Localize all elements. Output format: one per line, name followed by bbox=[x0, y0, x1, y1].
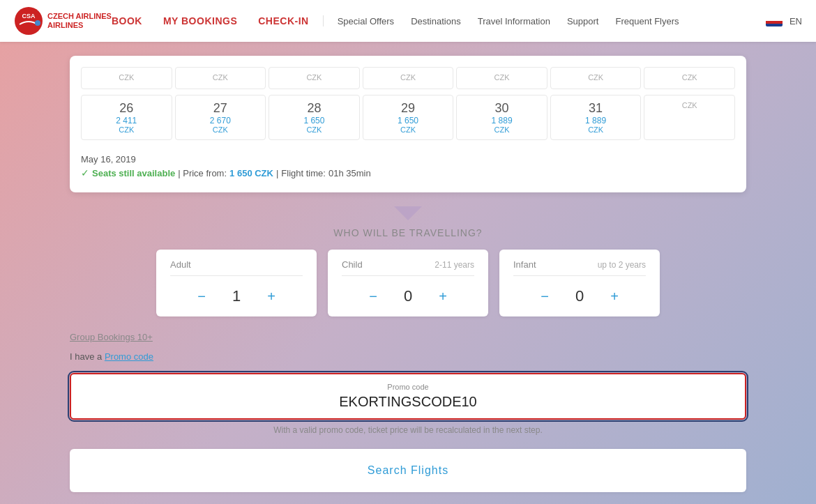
adult-increment-button[interactable]: + bbox=[261, 286, 282, 307]
promo-code-value[interactable]: EKORTINGSCODE10 bbox=[82, 394, 734, 410]
infant-increment-button[interactable]: + bbox=[604, 286, 625, 307]
calendar-card: CZK CZK CZK CZK CZK CZK CZK 26 bbox=[70, 56, 746, 192]
infant-controls: − 0 + bbox=[513, 286, 646, 307]
section-arrow bbox=[70, 206, 746, 223]
infant-decrement-button[interactable]: − bbox=[534, 286, 555, 307]
navbar-right: EN bbox=[766, 15, 802, 26]
calendar-dates-row: 26 2 411 CZK 27 2 670 CZK 28 1 650 CZK 2… bbox=[81, 95, 735, 140]
price-from-value: 1 650 CZK bbox=[229, 168, 273, 178]
adult-header: Adult bbox=[170, 259, 303, 276]
calendar-info-bar: May 16, 2019 ✓ Seats still available | P… bbox=[81, 146, 735, 181]
calendar-date-29[interactable]: 29 1 650 CZK bbox=[363, 95, 454, 140]
who-travelling-section: WHO WILL BE TRAVELLING? Adult − 1 + Chil… bbox=[70, 206, 746, 492]
promo-hint-text: With a valid promo code, ticket price wi… bbox=[70, 425, 746, 435]
adult-type-label: Adult bbox=[170, 259, 191, 270]
calendar-header-czk-1: CZK bbox=[81, 67, 172, 89]
checkmark-icon: ✓ bbox=[81, 167, 89, 178]
who-title: WHO WILL BE TRAVELLING? bbox=[70, 227, 746, 238]
page-content: CZK CZK CZK CZK CZK CZK CZK 26 bbox=[0, 56, 816, 492]
child-type-label: Child bbox=[342, 259, 363, 270]
calendar-header-czk-2: CZK bbox=[175, 67, 266, 89]
promo-code-label: Promo code bbox=[82, 383, 734, 391]
calendar-date-28[interactable]: 28 1 650 CZK bbox=[269, 95, 360, 140]
promo-intro-text: I have a Promo code bbox=[70, 351, 746, 362]
svg-text:CSA: CSA bbox=[22, 13, 36, 20]
child-decrement-button[interactable]: − bbox=[363, 286, 384, 307]
adult-controls: − 1 + bbox=[170, 286, 303, 307]
brand-logo[interactable]: CSA CZECH AIRLINES AIRLINES bbox=[14, 6, 112, 36]
calendar-header-czk-7: CZK bbox=[644, 67, 735, 89]
adult-count: 1 bbox=[226, 287, 247, 305]
nav-travel-info[interactable]: Travel Information bbox=[478, 16, 550, 26]
child-count: 0 bbox=[398, 287, 418, 305]
price-from-label: | Price from: bbox=[178, 168, 227, 178]
infant-count: 0 bbox=[569, 287, 590, 305]
nav-support[interactable]: Support bbox=[567, 16, 599, 26]
passenger-card-infant: Infant up to 2 years − 0 + bbox=[499, 250, 660, 316]
search-button-wrapper: Search Flights bbox=[70, 449, 746, 492]
navbar: CSA CZECH AIRLINES AIRLINES BOOK MY BOOK… bbox=[0, 0, 816, 42]
calendar-header-czk-6: CZK bbox=[550, 67, 642, 89]
flight-time-label: Flight time: bbox=[281, 168, 326, 178]
calendar-header-czk-4: CZK bbox=[363, 67, 454, 89]
svg-point-2 bbox=[35, 20, 40, 26]
svg-rect-3 bbox=[766, 15, 783, 21]
calendar-date-empty: CZK bbox=[644, 95, 735, 140]
adult-decrement-button[interactable]: − bbox=[191, 286, 212, 307]
calendar-header-czk-3: CZK bbox=[269, 67, 360, 89]
flight-time-sep: | bbox=[276, 168, 278, 178]
nav-book[interactable]: BOOK bbox=[112, 15, 142, 26]
calendar-date-26[interactable]: 26 2 411 CZK bbox=[81, 95, 172, 140]
main-nav: BOOK MY BOOKINGS CHECK-IN bbox=[112, 15, 324, 26]
child-header: Child 2-11 years bbox=[342, 259, 474, 276]
calendar-header-czk-5: CZK bbox=[456, 67, 547, 89]
child-increment-button[interactable]: + bbox=[432, 286, 453, 307]
flight-time-value: 01h 35min bbox=[328, 168, 371, 178]
calendar-czk-header-row: CZK CZK CZK CZK CZK CZK CZK bbox=[81, 67, 735, 89]
calendar-date-27[interactable]: 27 2 670 CZK bbox=[175, 95, 266, 140]
group-bookings-wrapper: Group Bookings 10+ bbox=[70, 330, 746, 343]
flag-icon bbox=[766, 15, 783, 26]
promo-input-wrapper[interactable]: Promo code EKORTINGSCODE10 bbox=[70, 373, 746, 420]
passenger-row: Adult − 1 + Child 2-11 years − 0 bbox=[70, 250, 746, 316]
brand-name-airlines: AIRLINES bbox=[47, 21, 112, 30]
calendar-date-30[interactable]: 30 1 889 CZK bbox=[456, 95, 547, 140]
nav-destinations[interactable]: Destinations bbox=[411, 16, 461, 26]
svg-marker-6 bbox=[394, 206, 422, 220]
nav-frequent-flyers[interactable]: Frequent Flyers bbox=[616, 16, 679, 26]
child-controls: − 0 + bbox=[342, 286, 474, 307]
nav-my-bookings[interactable]: MY BOOKINGS bbox=[163, 15, 237, 26]
passenger-card-child: Child 2-11 years − 0 + bbox=[328, 250, 488, 316]
info-date: May 16, 2019 bbox=[81, 154, 735, 165]
promo-code-link[interactable]: Promo code bbox=[105, 351, 153, 362]
calendar-date-31[interactable]: 31 1 889 CZK bbox=[550, 95, 642, 140]
seats-line: ✓ Seats still available | Price from: 1 … bbox=[81, 167, 735, 178]
search-flights-button[interactable]: Search Flights bbox=[71, 450, 745, 491]
svg-rect-5 bbox=[766, 24, 783, 26]
csa-logo-icon: CSA bbox=[14, 6, 43, 36]
seats-available-text: Seats still available bbox=[92, 168, 175, 178]
group-bookings-link[interactable]: Group Bookings 10+ bbox=[70, 332, 153, 342]
infant-header: Infant up to 2 years bbox=[513, 259, 646, 276]
infant-type-label: Infant bbox=[513, 259, 536, 270]
promo-intro-label: I have a bbox=[70, 351, 102, 362]
nav-special-offers[interactable]: Special Offers bbox=[338, 16, 394, 26]
child-age-range: 2-11 years bbox=[435, 260, 474, 270]
infant-age-range: up to 2 years bbox=[598, 260, 646, 270]
nav-check-in[interactable]: CHECK-IN bbox=[258, 15, 308, 26]
svg-rect-4 bbox=[766, 21, 783, 24]
lang-selector[interactable]: EN bbox=[789, 16, 802, 26]
passenger-card-adult: Adult − 1 + bbox=[156, 250, 317, 316]
brand-name-czech: CZECH AIRLINES bbox=[47, 12, 112, 21]
secondary-nav: Special Offers Destinations Travel Infor… bbox=[338, 16, 766, 26]
